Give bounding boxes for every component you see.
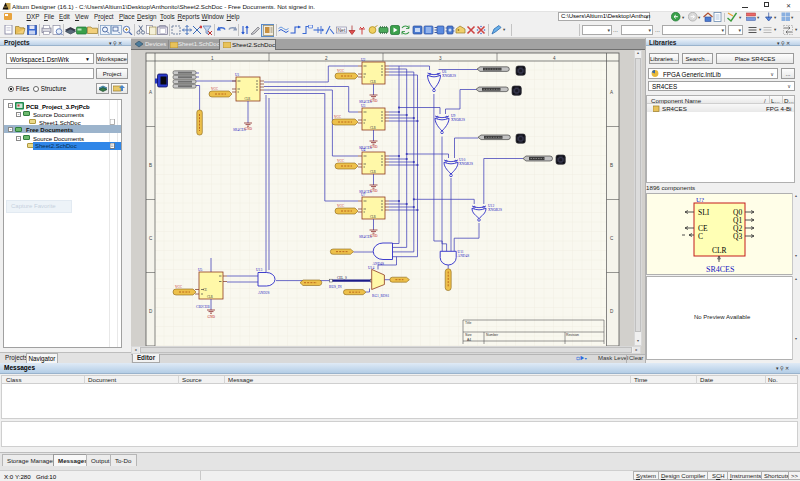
svg-text:XNOR2S: XNOR2S — [442, 74, 456, 78]
svg-text:A4: A4 — [467, 338, 471, 342]
svg-text:1: 1 — [211, 56, 214, 61]
svg-text:3: 3 — [439, 56, 442, 61]
svg-text:VCC: VCC — [337, 204, 345, 208]
svg-text:4: 4 — [553, 56, 556, 61]
svg-text:XNOR2S: XNOR2S — [459, 162, 473, 166]
svg-text:BUS_IN: BUS_IN — [329, 285, 342, 289]
svg-text:U3: U3 — [361, 104, 366, 108]
svg-text:GND: GND — [245, 127, 253, 131]
svg-text:XNOR2S: XNOR2S — [451, 118, 465, 122]
svg-text:Q3: Q3 — [733, 232, 742, 241]
svg-text:Size: Size — [465, 333, 472, 337]
svg-text:Revision: Revision — [566, 333, 579, 337]
svg-text:CLR: CLR — [370, 126, 376, 130]
svg-text:XNOR2S: XNOR2S — [488, 208, 502, 212]
svg-text:GND: GND — [370, 189, 378, 193]
svg-text:U13: U13 — [256, 268, 262, 272]
svg-text:Title: Title — [465, 321, 471, 325]
svg-text:SLI: SLI — [698, 208, 710, 217]
svg-text:U1: U1 — [235, 73, 240, 77]
svg-text:RG1_RDS1: RG1_RDS1 — [372, 294, 390, 298]
svg-text:B: B — [149, 163, 152, 168]
svg-text:SR4CES: SR4CES — [706, 265, 734, 274]
svg-text:VCC: VCC — [337, 69, 345, 73]
svg-text:GND: GND — [370, 145, 378, 149]
svg-text:U5: U5 — [198, 268, 203, 272]
svg-text:U7: U7 — [361, 193, 366, 197]
svg-text:GND: GND — [208, 315, 216, 319]
svg-text:CB2CEB: CB2CEB — [196, 305, 210, 309]
svg-text:2: 2 — [325, 56, 328, 61]
svg-text:CLR: CLR — [370, 215, 376, 219]
svg-text:Net: Net — [338, 27, 346, 33]
svg-text:U2: U2 — [361, 58, 366, 62]
svg-text:CEL_S: CEL_S — [337, 276, 347, 280]
svg-text:VCC: VCC — [337, 159, 345, 163]
svg-text:AND2S: AND2S — [258, 291, 270, 295]
svg-text:B: B — [610, 163, 613, 168]
svg-text:CLR: CLR — [245, 97, 251, 101]
svg-text:CLR: CLR — [207, 295, 213, 299]
svg-text:CLR: CLR — [370, 80, 376, 84]
svg-text:GND: GND — [370, 99, 378, 103]
svg-text:GND: GND — [370, 234, 378, 238]
svg-text:VCC: VCC — [175, 285, 183, 289]
svg-text:VCC: VCC — [211, 87, 219, 91]
svg-text:Number: Number — [486, 333, 499, 337]
svg-text:C: C — [698, 232, 703, 241]
svg-text:AND4S: AND4S — [458, 254, 470, 258]
svg-text:AND4S: AND4S — [373, 262, 385, 266]
svg-text:CLR: CLR — [370, 170, 376, 174]
svg-text:CE: CE — [203, 288, 207, 292]
svg-text:U4: U4 — [361, 148, 366, 152]
svg-text:CLR: CLR — [712, 246, 727, 255]
svg-text:U14: U14 — [368, 266, 374, 270]
svg-text:VCC: VCC — [334, 115, 342, 119]
